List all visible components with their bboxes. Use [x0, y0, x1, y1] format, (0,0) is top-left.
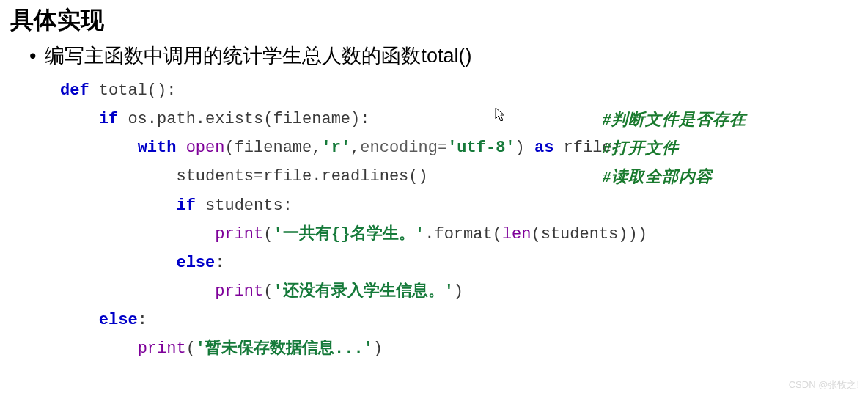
code-text: (filename,: [224, 139, 321, 157]
code-line-5: if students:: [60, 191, 868, 220]
bullet-line: • 编写主函数中调用的统计学生总人数的函数total(): [0, 37, 868, 76]
kw-with: with: [138, 139, 177, 157]
code-line-8: print('还没有录入学生信息。'): [60, 277, 868, 306]
bullet-dot: •: [29, 46, 36, 66]
code-text: ): [454, 282, 463, 301]
str: '一共有{}名学生。': [273, 225, 424, 243]
builtin-print: print: [215, 225, 263, 243]
code-text: ): [515, 139, 534, 157]
comment-1: #判断文件是否存在: [603, 105, 746, 133]
builtin-print: print: [215, 282, 263, 301]
code-text: :: [215, 254, 224, 272]
code-line-3: with open(filename,'r',encoding='utf-8')…: [60, 133, 868, 162]
code-text: students:: [196, 197, 293, 215]
kw-def: def: [60, 81, 89, 100]
code-text: .format(: [424, 225, 502, 243]
code-line-1: def total():: [60, 76, 868, 105]
kwarg: encoding=: [360, 139, 447, 157]
str: '还没有录入学生信息。': [273, 282, 453, 301]
code-text: ,: [350, 139, 360, 157]
section-heading: 具体实现: [0, 0, 868, 37]
code-text: (: [186, 340, 196, 358]
code-text: os.path.exists(filename):: [118, 110, 369, 128]
code-line-4: students=rfile.readlines()#读取全部内容: [60, 162, 868, 191]
str: 'utf-8': [447, 139, 515, 157]
fn-name: total():: [89, 81, 177, 100]
code-line-2: if os.path.exists(filename):#判断文件是否存在: [60, 105, 868, 133]
code-line-6: print('一共有{}名学生。'.format(len(students))): [60, 220, 868, 249]
code-line-10: print('暂未保存数据信息...'): [60, 334, 868, 363]
code-text: (: [263, 225, 273, 243]
code-line-9: else:: [60, 306, 868, 334]
builtin-print: print: [138, 340, 186, 358]
str: 'r': [321, 139, 350, 157]
code-text: (: [263, 282, 273, 301]
watermark: CSDN @张牧之!: [789, 378, 859, 392]
code-block: def total(): if os.path.exists(filename)…: [60, 76, 868, 364]
comment-3: #读取全部内容: [603, 162, 713, 191]
code-text: :: [138, 311, 147, 329]
code-line-7: else:: [60, 249, 868, 277]
code-text: (students))): [532, 225, 647, 243]
kw-else: else: [176, 254, 215, 272]
kw-if: if: [99, 110, 118, 128]
kw-else: else: [99, 311, 138, 329]
kw-as: as: [534, 139, 553, 157]
kw-if: if: [176, 197, 195, 215]
str: '暂未保存数据信息...': [196, 340, 373, 358]
builtin-open: open: [186, 139, 225, 157]
comment-2: #打开文件: [603, 133, 679, 162]
builtin-len: len: [502, 225, 532, 243]
code-text: ): [373, 340, 383, 358]
code-text: students=rfile.readlines(): [176, 167, 427, 186]
bullet-text: 编写主函数中调用的统计学生总人数的函数total(): [45, 43, 471, 69]
